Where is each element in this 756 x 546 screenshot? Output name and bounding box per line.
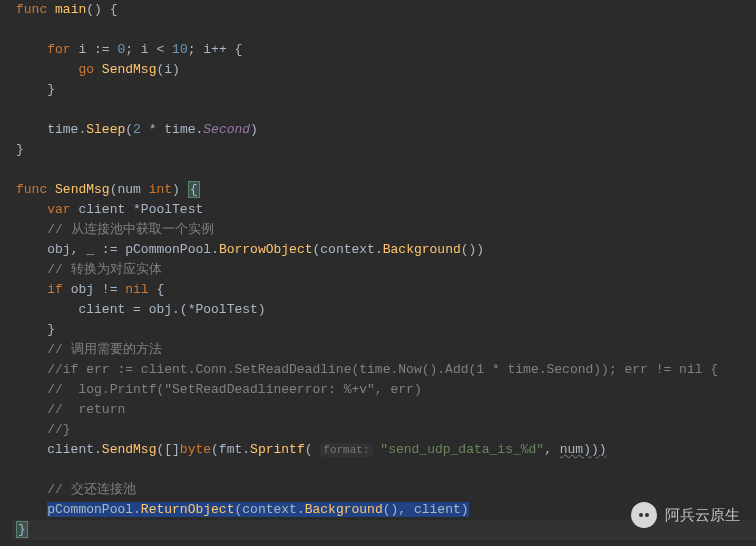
keyword: int bbox=[149, 182, 172, 197]
func-name: Sleep bbox=[86, 122, 125, 137]
code-text: ()) bbox=[461, 242, 484, 257]
func-name: ReturnObject bbox=[141, 502, 235, 517]
code-text: * time. bbox=[141, 122, 203, 137]
keyword: if bbox=[47, 282, 63, 297]
code-text: pCommonPool. bbox=[117, 242, 218, 257]
keyword: for bbox=[47, 42, 70, 57]
code-line: // 调用需要的方法 bbox=[12, 340, 756, 360]
func-name: main bbox=[55, 2, 86, 17]
comment: //if err := client.Conn.SetReadDeadline(… bbox=[47, 362, 718, 377]
code-text bbox=[47, 182, 55, 197]
code-editor[interactable]: func main() { for i := 0; i < 10; i++ { … bbox=[0, 0, 756, 540]
code-line: //if err := client.Conn.SetReadDeadline(… bbox=[12, 360, 756, 380]
brace-highlight: } bbox=[16, 521, 28, 538]
keyword: func bbox=[16, 2, 47, 17]
code-line: // 从连接池中获取一个实例 bbox=[12, 220, 756, 240]
code-line: go SendMsg(i) bbox=[12, 60, 756, 80]
code-text: ( bbox=[305, 442, 321, 457]
code-line: // 交还连接池 bbox=[12, 480, 756, 500]
watermark-text: 阿兵云原生 bbox=[665, 505, 740, 525]
code-text: client *PoolTest bbox=[71, 202, 204, 217]
constant: Second bbox=[203, 122, 250, 137]
func-name: Background bbox=[383, 242, 461, 257]
code-text: } bbox=[47, 82, 55, 97]
comment: // 交还连接池 bbox=[47, 482, 135, 497]
code-text: , bbox=[544, 442, 560, 457]
func-name: BorrowObject bbox=[219, 242, 313, 257]
code-text: := bbox=[102, 242, 118, 257]
func-name: SendMsg bbox=[55, 182, 110, 197]
code-line: // log.Printf("SetReadDeadlineerror: %+v… bbox=[12, 380, 756, 400]
code-line: if obj != nil { bbox=[12, 280, 756, 300]
code-line: client = obj.(*PoolTest) bbox=[12, 300, 756, 320]
code-text bbox=[94, 62, 102, 77]
code-text: { bbox=[149, 282, 165, 297]
code-text: client. bbox=[47, 442, 102, 457]
keyword: nil bbox=[125, 282, 148, 297]
code-text: ([] bbox=[156, 442, 179, 457]
code-text: := bbox=[94, 42, 110, 57]
string: "send_udp_data_is_%d" bbox=[380, 442, 544, 457]
brace-highlight: { bbox=[188, 181, 200, 198]
code-line: } bbox=[12, 80, 756, 100]
code-text: } bbox=[47, 322, 55, 337]
code-line: //} bbox=[12, 420, 756, 440]
code-line bbox=[12, 100, 756, 120]
code-text: () { bbox=[86, 2, 117, 17]
code-line: func main() { bbox=[12, 0, 756, 20]
keyword: go bbox=[78, 62, 94, 77]
code-line: } bbox=[12, 320, 756, 340]
func-name: SendMsg bbox=[102, 62, 157, 77]
code-text: (i) bbox=[156, 62, 179, 77]
comment: // 调用需要的方法 bbox=[47, 342, 161, 357]
comment: // 转换为对应实体 bbox=[47, 262, 161, 277]
code-text: pCommonPool. bbox=[47, 502, 141, 517]
code-line: obj, _ := pCommonPool.BorrowObject(conte… bbox=[12, 240, 756, 260]
watermark: 阿兵云原生 bbox=[631, 502, 740, 528]
code-text: } bbox=[16, 142, 24, 157]
code-text: ; i < bbox=[125, 42, 172, 57]
keyword: var bbox=[47, 202, 70, 217]
code-line: for i := 0; i < 10; i++ { bbox=[12, 40, 756, 60]
keyword: func bbox=[16, 182, 47, 197]
param-hint: format: bbox=[320, 443, 372, 457]
code-text: ( bbox=[125, 122, 133, 137]
code-line: // return bbox=[12, 400, 756, 420]
code-text: num))) bbox=[560, 442, 607, 457]
code-line: } bbox=[12, 140, 756, 160]
code-line bbox=[12, 160, 756, 180]
number: 2 bbox=[133, 122, 141, 137]
code-line: func SendMsg(num int) { bbox=[12, 180, 756, 200]
code-text: _ bbox=[78, 242, 101, 257]
code-line: // 转换为对应实体 bbox=[12, 260, 756, 280]
comment: // 从连接池中获取一个实例 bbox=[47, 222, 213, 237]
code-text: context. bbox=[320, 242, 382, 257]
wechat-logo-icon bbox=[631, 502, 657, 528]
func-name: SendMsg bbox=[102, 442, 157, 457]
func-name: Background bbox=[305, 502, 383, 517]
number: 10 bbox=[172, 42, 188, 57]
comment: // return bbox=[47, 402, 125, 417]
code-text: context. bbox=[242, 502, 304, 517]
keyword: byte bbox=[180, 442, 211, 457]
code-line bbox=[12, 460, 756, 480]
code-line: var client *PoolTest bbox=[12, 200, 756, 220]
code-text: obj bbox=[47, 242, 70, 257]
code-text: (), client) bbox=[383, 502, 469, 517]
code-text: client = obj.(*PoolTest) bbox=[78, 302, 265, 317]
code-text: obj != bbox=[63, 282, 125, 297]
code-line: client.SendMsg([]byte(fmt.Sprintf( forma… bbox=[12, 440, 756, 460]
code-line: time.Sleep(2 * time.Second) bbox=[12, 120, 756, 140]
comment: //} bbox=[47, 422, 70, 437]
code-text: ; i++ { bbox=[188, 42, 243, 57]
code-text: i bbox=[71, 42, 94, 57]
func-name: Sprintf bbox=[250, 442, 305, 457]
code-text: time. bbox=[47, 122, 86, 137]
code-text: ) bbox=[172, 182, 188, 197]
comment: // log.Printf("SetReadDeadlineerror: %+v… bbox=[47, 382, 421, 397]
code-text: (fmt. bbox=[211, 442, 250, 457]
code-text: ) bbox=[250, 122, 258, 137]
code-text: num bbox=[117, 182, 148, 197]
code-line bbox=[12, 20, 756, 40]
